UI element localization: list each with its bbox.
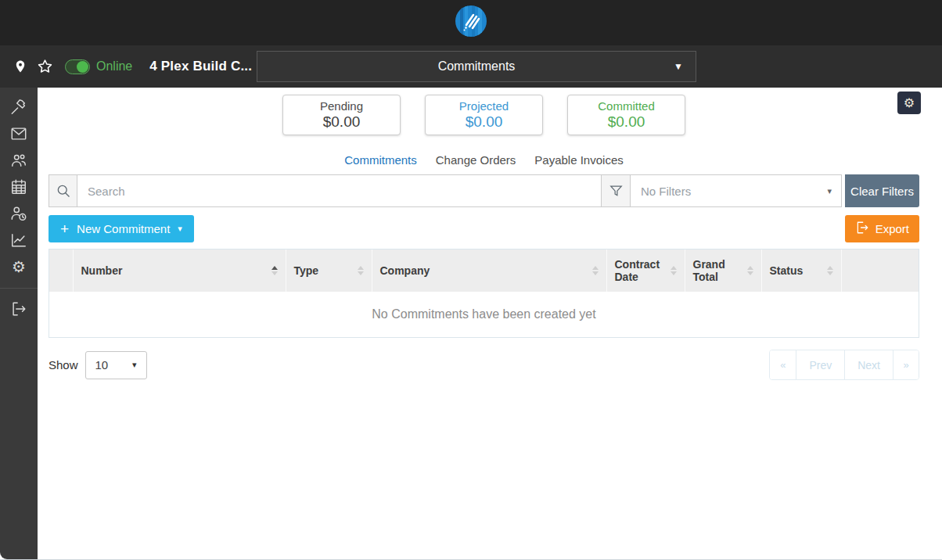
- chevron-down-icon: ▾: [827, 186, 832, 196]
- search-input[interactable]: [77, 174, 602, 207]
- projected-card-label: Projected: [459, 99, 509, 113]
- tab-commitments[interactable]: Commitments: [344, 153, 417, 167]
- table-footer: Show 10 ▾ « Prev Next »: [49, 350, 919, 380]
- pending-card-label: Pending: [320, 99, 363, 113]
- page-size-dropdown[interactable]: 10 ▾: [85, 351, 147, 379]
- sort-icon: [592, 266, 599, 275]
- last-page-button[interactable]: »: [893, 350, 919, 379]
- sort-icon: [358, 266, 364, 275]
- table-header-row: Number Type Company: [49, 249, 919, 292]
- chevron-down-icon: ▼: [674, 61, 683, 72]
- chart-icon[interactable]: [0, 227, 38, 253]
- sort-icon: [271, 266, 278, 275]
- page-dropdown-value: Commitments: [438, 59, 516, 74]
- new-commitment-label: New Commitment: [77, 222, 170, 235]
- top-bar: [0, 0, 942, 45]
- gear-icon[interactable]: ⚙: [0, 253, 38, 280]
- export-icon: [855, 221, 869, 237]
- company-logo-icon[interactable]: [455, 5, 487, 40]
- page-size-value: 10: [95, 358, 109, 372]
- column-grand-total[interactable]: Grand Total: [685, 249, 761, 292]
- column-number[interactable]: Number: [73, 249, 286, 292]
- empty-state-message: No Commitments have been created yet: [49, 292, 919, 337]
- plus-icon: +: [60, 221, 69, 238]
- empty-state-row: No Commitments have been created yet: [49, 292, 919, 337]
- sort-icon: [827, 266, 833, 275]
- column-actions: [841, 249, 919, 292]
- project-name: 4 Plex Build C...: [149, 59, 252, 74]
- filters-dropdown[interactable]: No Filters ▾: [631, 174, 842, 207]
- committed-card: Committed $0.00: [567, 95, 685, 135]
- chevron-down-icon: ▾: [132, 360, 137, 370]
- column-type[interactable]: Type: [286, 249, 372, 292]
- logout-icon[interactable]: [0, 296, 38, 322]
- person-clock-icon[interactable]: [0, 200, 38, 227]
- table-actions: + New Commitment ▾ Export: [49, 215, 919, 242]
- sort-icon: [671, 266, 677, 275]
- summary-cards: Pending $0.00 Projected $0.00 Committed …: [49, 95, 919, 135]
- calendar-icon[interactable]: [0, 174, 38, 200]
- favorite-star-icon[interactable]: [36, 59, 53, 74]
- show-label: Show: [49, 358, 78, 372]
- new-commitment-button[interactable]: + New Commitment ▾: [49, 215, 194, 242]
- chevron-down-icon: ▾: [178, 224, 182, 234]
- projected-card: Projected $0.00: [425, 95, 543, 135]
- committed-card-value: $0.00: [608, 113, 645, 131]
- search-icon: [49, 174, 77, 207]
- next-page-button[interactable]: Next: [844, 350, 893, 379]
- pending-card: Pending $0.00: [282, 95, 401, 135]
- page-size-control: Show 10 ▾: [49, 351, 147, 379]
- column-spacer: [49, 249, 73, 292]
- pagination: « Prev Next »: [769, 350, 919, 380]
- export-button[interactable]: Export: [845, 215, 919, 242]
- commitments-table: Number Type Company: [49, 249, 919, 338]
- filters-dropdown-value: No Filters: [641, 185, 691, 198]
- online-toggle-knob: [77, 61, 88, 73]
- settings-gear-button[interactable]: ⚙: [897, 92, 921, 114]
- column-company[interactable]: Company: [372, 249, 606, 292]
- sort-icon: [747, 266, 753, 275]
- sidebar-divider: [0, 288, 38, 289]
- main-content: Pending $0.00 Projected $0.00 Committed …: [38, 88, 942, 559]
- gear-icon: ⚙: [904, 95, 915, 110]
- team-icon[interactable]: [0, 147, 38, 174]
- prev-page-button[interactable]: Prev: [796, 350, 844, 379]
- committed-card-label: Committed: [598, 99, 655, 113]
- location-pin-icon[interactable]: [12, 59, 29, 74]
- funnel-icon: [602, 174, 631, 207]
- search-filter-bar: No Filters ▾ Clear Filters: [49, 174, 919, 207]
- column-contract-date[interactable]: Contract Date: [606, 249, 685, 292]
- section-tabs: Commitments Change Orders Payable Invoic…: [49, 153, 919, 167]
- column-status[interactable]: Status: [761, 249, 841, 292]
- online-status-label: Online: [96, 59, 132, 74]
- export-label: Export: [875, 222, 909, 235]
- app-window: Online 4 Plex Build C... Commitments ▼: [0, 0, 942, 560]
- page-dropdown[interactable]: Commitments ▼: [257, 51, 696, 82]
- projected-card-value: $0.00: [466, 113, 503, 131]
- first-page-button[interactable]: «: [770, 350, 796, 379]
- online-toggle[interactable]: [65, 59, 90, 74]
- tab-payable-invoices[interactable]: Payable Invoices: [534, 153, 623, 167]
- left-sidebar: ⚙: [0, 88, 38, 559]
- clear-filters-button[interactable]: Clear Filters: [845, 174, 919, 207]
- mail-icon[interactable]: [0, 120, 38, 147]
- hammer-icon[interactable]: [0, 94, 38, 120]
- tab-change-orders[interactable]: Change Orders: [436, 153, 516, 167]
- pending-card-value: $0.00: [323, 113, 361, 131]
- project-bar: Online 4 Plex Build C... Commitments ▼: [0, 45, 942, 88]
